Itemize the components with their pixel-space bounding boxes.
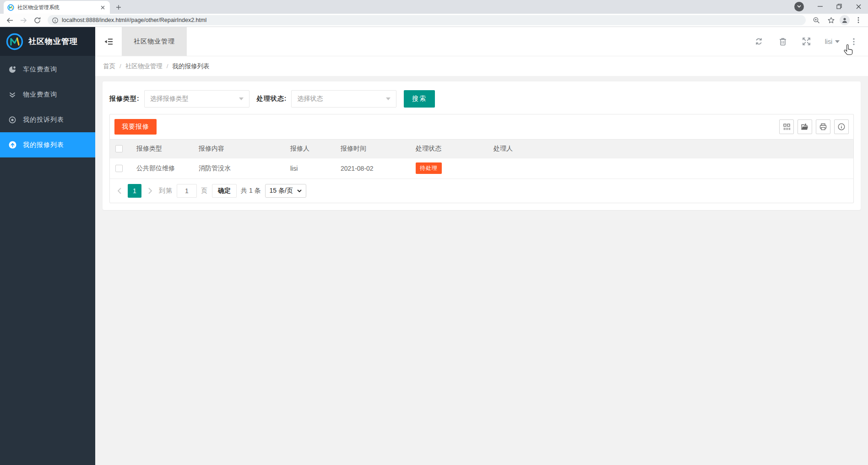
back-icon[interactable]	[4, 14, 16, 26]
pagination: 1 到第 页 确定 共 1 条 15 条/页	[110, 178, 853, 203]
open-page-tab-label: 社区物业管理	[134, 38, 175, 46]
repair-type-label: 报修类型:	[109, 95, 140, 103]
browser-menu-kebab-icon[interactable]	[852, 14, 864, 26]
goto-page-label: 到第	[159, 187, 173, 195]
window-close-button[interactable]	[849, 0, 868, 13]
print-icon[interactable]	[816, 119, 830, 134]
total-count-label: 共 1 条	[241, 187, 261, 195]
status-select-value: 选择状态	[297, 95, 386, 103]
clear-trash-icon[interactable]	[771, 27, 795, 56]
page-content: 报修类型: 选择报修类型 处理状态: 选择状态 搜索	[95, 76, 868, 465]
cell-repair-type: 公共部位维修	[131, 158, 193, 178]
browser-window: 社区物业管理系统	[0, 0, 868, 465]
sidebar: 社区物业管理 车位费查询 物业费查询	[0, 27, 95, 465]
column-header: 报修类型	[131, 140, 193, 158]
double-chevron-down-icon	[8, 92, 16, 98]
cell-repair-time: 2021-08-02	[335, 158, 410, 178]
page-size-select[interactable]: 15 条/页	[265, 184, 306, 198]
repair-table: 报修类型 报修内容 报修人 报修时间 处理状态 处理人	[110, 140, 853, 178]
breadcrumb-current-page: 我的报修列表	[173, 62, 210, 70]
url-text[interactable]: localhost:8888/index.html#/page/other/Re…	[62, 17, 206, 23]
confirm-page-button[interactable]: 确定	[212, 184, 237, 198]
app-header: 社区物业管理 lisi	[95, 27, 868, 56]
select-all-checkbox[interactable]	[115, 145, 123, 152]
main-area: 社区物业管理 lisi	[95, 27, 868, 465]
browser-profile-avatar[interactable]	[840, 15, 850, 25]
page-info-icon[interactable]	[52, 17, 58, 23]
filter-columns-icon[interactable]	[779, 119, 794, 134]
browser-toolbar: localhost:8888/index.html#/page/other/Re…	[0, 14, 868, 27]
sidebar-item-parking-fee[interactable]: 车位费查询	[0, 57, 95, 82]
tab-close-icon[interactable]	[99, 4, 106, 11]
sidebar-item-my-complaints[interactable]: 我的投诉列表	[0, 107, 95, 132]
sidebar-collapse-icon[interactable]	[95, 27, 122, 56]
sidebar-item-label: 我的投诉列表	[23, 116, 64, 124]
window-minimize-button[interactable]	[810, 0, 830, 13]
window-controls	[794, 0, 868, 13]
sidebar-item-my-repairs[interactable]: 我的报修列表	[0, 132, 95, 157]
bookmark-star-icon[interactable]	[825, 14, 837, 26]
page-number-input[interactable]	[177, 184, 197, 198]
table-row[interactable]: 公共部位维修 消防管没水 lisi 2021-08-02 待处理	[110, 158, 853, 178]
window-restore-button[interactable]	[830, 0, 849, 13]
row-checkbox[interactable]	[115, 165, 123, 172]
status-select[interactable]: 选择状态	[291, 90, 396, 108]
tab-title: 社区物业管理系统	[17, 4, 96, 11]
fullscreen-icon[interactable]	[795, 27, 819, 56]
user-caret-down-icon	[835, 40, 840, 43]
repair-table-box: 我要报修	[109, 114, 854, 203]
current-page-button[interactable]: 1	[128, 184, 141, 198]
column-header: 报修内容	[193, 140, 285, 158]
column-header: 处理人	[488, 140, 853, 158]
app-logo-text: 社区物业管理	[28, 36, 78, 47]
create-repair-button[interactable]: 我要报修	[114, 119, 157, 135]
refresh-icon[interactable]	[747, 27, 771, 56]
filter-form: 报修类型: 选择报修类型 处理状态: 选择状态 搜索	[109, 90, 854, 108]
browser-tab[interactable]: 社区物业管理系统	[4, 1, 110, 14]
status-label: 处理状态:	[257, 95, 287, 103]
breadcrumb-module[interactable]: 社区物业管理	[125, 62, 163, 70]
info-icon[interactable]	[834, 119, 849, 134]
column-header: 报修人	[285, 140, 335, 158]
more-options-kebab-icon[interactable]	[846, 27, 862, 56]
sidebar-item-label: 车位费查询	[23, 65, 57, 74]
user-menu[interactable]: lisi	[819, 38, 846, 45]
url-bar[interactable]: localhost:8888/index.html#/page/other/Re…	[48, 15, 806, 25]
breadcrumb-home[interactable]: 首页	[103, 62, 115, 70]
repair-type-select-value: 选择报修类型	[150, 95, 239, 103]
sidebar-item-label: 物业费查询	[23, 91, 57, 99]
repair-type-select[interactable]: 选择报修类型	[144, 90, 250, 108]
status-badge: 待处理	[416, 162, 442, 174]
export-icon[interactable]	[797, 119, 812, 134]
cell-repair-content: 消防管没水	[193, 158, 285, 178]
cell-handler	[488, 158, 853, 178]
sidebar-menu: 车位费查询 物业费查询 我的投诉列表	[0, 56, 95, 157]
repair-list-card: 报修类型: 选择报修类型 处理状态: 选择状态 搜索	[103, 81, 861, 210]
browser-tab-strip: 社区物业管理系统	[0, 0, 868, 14]
username-label: lisi	[825, 38, 832, 45]
column-header: 处理状态	[410, 140, 488, 158]
browser-update-icon[interactable]	[794, 2, 804, 11]
forward-icon[interactable]	[17, 14, 29, 26]
zoom-page-icon[interactable]	[810, 14, 822, 26]
reload-icon[interactable]	[31, 14, 43, 26]
search-button[interactable]: 搜索	[404, 90, 435, 108]
breadcrumb-separator: /	[167, 63, 168, 70]
site-favicon-icon	[7, 4, 14, 11]
circle-arrow-up-icon	[8, 141, 16, 149]
sidebar-item-label: 我的报修列表	[23, 141, 64, 149]
next-page-icon[interactable]	[146, 184, 155, 197]
sidebar-item-property-fee[interactable]: 物业费查询	[0, 82, 95, 107]
header-spacer	[187, 27, 747, 56]
toolbar-right	[810, 14, 864, 26]
circle-dot-icon	[8, 116, 16, 124]
dashboard-icon	[8, 65, 16, 74]
page-size-value: 15 条/页	[270, 187, 293, 195]
table-toolbar: 我要报修	[110, 114, 853, 140]
prev-page-icon[interactable]	[114, 184, 124, 197]
breadcrumb-separator: /	[119, 63, 121, 70]
new-tab-button[interactable]	[113, 1, 125, 13]
table-header-row: 报修类型 报修内容 报修人 报修时间 处理状态 处理人	[110, 140, 853, 158]
column-header: 报修时间	[335, 140, 410, 158]
open-page-tab[interactable]: 社区物业管理	[122, 27, 187, 56]
